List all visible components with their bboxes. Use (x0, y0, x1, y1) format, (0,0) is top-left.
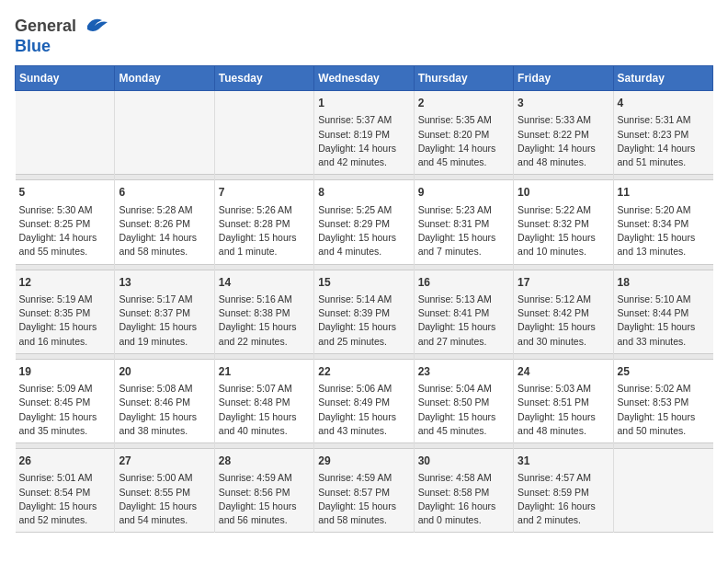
calendar-cell: 7Sunrise: 5:26 AMSunset: 8:28 PMDaylight… (214, 180, 313, 264)
day-number: 30 (418, 454, 509, 469)
day-info: and 51 minutes. (618, 155, 710, 169)
day-number: 1 (318, 96, 409, 111)
day-info: Sunrise: 5:03 AM (518, 382, 609, 396)
day-number: 8 (318, 185, 409, 201)
day-number: 21 (219, 364, 310, 380)
day-info: Sunset: 8:51 PM (518, 396, 609, 409)
day-number: 4 (618, 96, 710, 111)
day-info: Daylight: 15 hours (119, 500, 210, 513)
day-info: Daylight: 15 hours (318, 231, 409, 245)
calendar-cell (16, 91, 115, 175)
day-info: Daylight: 15 hours (19, 500, 111, 513)
day-info: Sunrise: 5:20 AM (618, 203, 710, 217)
calendar-cell: 15Sunrise: 5:14 AMSunset: 8:39 PMDayligh… (314, 270, 414, 353)
calendar-cell: 26Sunrise: 5:01 AMSunset: 8:54 PMDayligh… (16, 449, 115, 533)
day-number: 31 (518, 454, 609, 469)
day-info: Daylight: 15 hours (219, 231, 310, 245)
day-info: Daylight: 15 hours (119, 320, 210, 334)
day-info: Sunset: 8:34 PM (618, 217, 710, 231)
day-info: and 35 minutes. (19, 424, 111, 438)
day-info: and 56 minutes. (219, 513, 310, 527)
calendar-cell (115, 91, 214, 175)
day-info: Daylight: 14 hours (418, 142, 509, 155)
day-header-saturday: Saturday (613, 66, 712, 91)
day-info: and 25 minutes. (318, 335, 409, 349)
day-info: Sunset: 8:31 PM (418, 217, 509, 231)
day-info: Sunset: 8:28 PM (219, 217, 310, 231)
day-info: and 58 minutes. (318, 513, 409, 527)
day-info: and 45 minutes. (418, 155, 509, 169)
day-info: Sunset: 8:53 PM (618, 396, 710, 409)
day-header-monday: Monday (115, 66, 214, 91)
day-number: 13 (119, 275, 210, 291)
day-info: Daylight: 15 hours (219, 500, 310, 513)
logo-general-text: General (15, 17, 76, 36)
calendar-cell (214, 91, 313, 175)
day-info: Daylight: 16 hours (418, 500, 509, 513)
calendar-cell: 20Sunrise: 5:08 AMSunset: 8:46 PMDayligh… (115, 359, 214, 442)
day-info: Sunrise: 4:58 AM (418, 471, 509, 485)
calendar-cell: 27Sunrise: 5:00 AMSunset: 8:55 PMDayligh… (115, 449, 214, 533)
calendar-cell: 16Sunrise: 5:13 AMSunset: 8:41 PMDayligh… (414, 270, 513, 353)
day-info: Sunrise: 5:26 AM (219, 203, 310, 217)
day-info: Sunrise: 5:09 AM (19, 382, 111, 396)
day-number: 5 (19, 185, 111, 201)
day-info: Sunset: 8:37 PM (119, 306, 210, 320)
day-info: and 4 minutes. (318, 245, 409, 259)
day-info: Sunset: 8:38 PM (219, 306, 310, 320)
calendar-cell: 11Sunrise: 5:20 AMSunset: 8:34 PMDayligh… (613, 180, 712, 264)
day-info: and 50 minutes. (618, 424, 710, 438)
calendar-cell: 1Sunrise: 5:37 AMSunset: 8:19 PMDaylight… (314, 91, 414, 175)
day-info: Sunset: 8:32 PM (518, 217, 609, 231)
day-number: 29 (318, 454, 409, 469)
day-number: 2 (418, 96, 509, 111)
day-info: and 7 minutes. (418, 245, 509, 259)
day-number: 18 (618, 275, 710, 291)
calendar-cell: 23Sunrise: 5:04 AMSunset: 8:50 PMDayligh… (414, 359, 513, 442)
day-info: Sunset: 8:19 PM (318, 128, 409, 142)
day-number: 27 (119, 454, 210, 469)
day-info: and 54 minutes. (119, 513, 210, 527)
day-number: 15 (318, 275, 409, 291)
calendar-cell: 13Sunrise: 5:17 AMSunset: 8:37 PMDayligh… (115, 270, 214, 353)
day-info: Daylight: 14 hours (618, 142, 710, 155)
logo-bird-icon (80, 15, 109, 37)
calendar-cell: 12Sunrise: 5:19 AMSunset: 8:35 PMDayligh… (16, 270, 115, 353)
day-info: Sunset: 8:23 PM (618, 128, 710, 142)
calendar-week-row: 5Sunrise: 5:30 AMSunset: 8:25 PMDaylight… (16, 180, 713, 264)
day-number: 3 (518, 96, 609, 111)
day-number: 14 (219, 275, 310, 291)
calendar-cell: 6Sunrise: 5:28 AMSunset: 8:26 PMDaylight… (115, 180, 214, 264)
day-info: Sunset: 8:41 PM (418, 306, 509, 320)
day-info: Sunset: 8:45 PM (19, 396, 111, 409)
day-info: Sunrise: 5:14 AM (318, 293, 409, 306)
day-info: Daylight: 15 hours (518, 320, 609, 334)
day-info: Daylight: 15 hours (219, 320, 310, 334)
day-info: Sunrise: 5:30 AM (19, 203, 111, 217)
day-info: Sunrise: 5:01 AM (19, 471, 111, 485)
calendar-cell: 19Sunrise: 5:09 AMSunset: 8:45 PMDayligh… (16, 359, 115, 442)
calendar-week-row: 26Sunrise: 5:01 AMSunset: 8:54 PMDayligh… (16, 449, 713, 533)
calendar-cell: 21Sunrise: 5:07 AMSunset: 8:48 PMDayligh… (214, 359, 313, 442)
day-info: and 58 minutes. (119, 245, 210, 259)
day-number: 10 (518, 185, 609, 201)
day-info: Sunset: 8:26 PM (119, 217, 210, 231)
day-info: and 42 minutes. (318, 155, 409, 169)
day-info: and 52 minutes. (19, 513, 111, 527)
day-info: Daylight: 14 hours (119, 231, 210, 245)
calendar-week-row: 12Sunrise: 5:19 AMSunset: 8:35 PMDayligh… (16, 270, 713, 353)
day-info: Sunrise: 5:25 AM (318, 203, 409, 217)
day-info: Daylight: 15 hours (618, 320, 710, 334)
calendar-cell: 10Sunrise: 5:22 AMSunset: 8:32 PMDayligh… (514, 180, 613, 264)
day-header-sunday: Sunday (16, 66, 115, 91)
day-info: and 55 minutes. (19, 245, 111, 259)
day-info: Daylight: 15 hours (19, 320, 111, 334)
day-info: Daylight: 15 hours (19, 410, 111, 424)
calendar-cell: 29Sunrise: 4:59 AMSunset: 8:57 PMDayligh… (314, 449, 414, 533)
day-info: Sunset: 8:55 PM (119, 486, 210, 500)
day-number: 20 (119, 364, 210, 380)
day-info: Sunrise: 5:22 AM (518, 203, 609, 217)
day-number: 25 (618, 364, 710, 380)
day-info: Sunset: 8:44 PM (618, 306, 710, 320)
day-info: and 16 minutes. (19, 335, 111, 349)
